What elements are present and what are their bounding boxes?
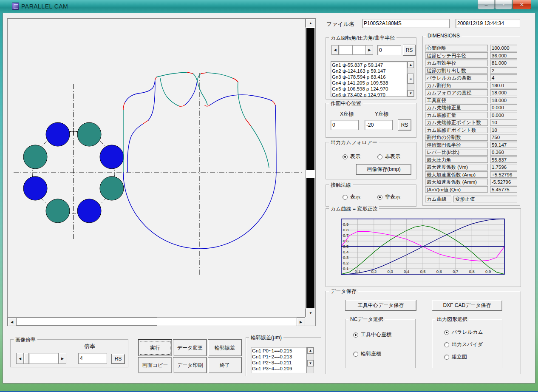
scroll-left-button[interactable]: ◀: [8, 318, 16, 326]
canvas-vertical-scrollbar[interactable]: ▲ ▼: [305, 19, 315, 317]
scroll-up-button[interactable]: ▲: [306, 19, 316, 27]
button-label: データ印刷: [177, 362, 203, 369]
canvas-horizontal-scrollbar[interactable]: ◀ ▶: [8, 317, 305, 326]
list-item[interactable]: Gn1 P0~1==0.215: [252, 348, 306, 354]
y-coordinate-input[interactable]: [365, 120, 393, 130]
error-list-scrollbar[interactable]: ▲ ▼: [307, 347, 314, 373]
dimensions-rows: 心間距離100.000従節ピッチ円半径36.000カム有効半径81.000従節の…: [425, 45, 517, 193]
draw-center-group-title: 作図中心位置: [329, 100, 363, 107]
scrollbar-thumb[interactable]: [16, 318, 157, 326]
list-item[interactable]: Gn4 ψ 141.205 ρ 109.538: [332, 80, 406, 86]
list-item[interactable]: Gn1 P1~2==0.213: [252, 354, 306, 360]
rotation-scroll-thumb[interactable]: [352, 45, 366, 55]
scroll-up-icon: ▲: [309, 349, 312, 352]
scroll-down-button[interactable]: ▼: [408, 90, 414, 97]
list-item[interactable]: Gn3 ψ-178.594 ρ 83.416: [332, 74, 406, 80]
rotation-scroll-track[interactable]: [339, 45, 352, 55]
dimension-value: 0.360: [490, 149, 517, 156]
radio-label: 非表示: [385, 153, 400, 160]
dimension-row: 停留部円弧半径59.147: [425, 142, 517, 148]
dimension-value: -5.52796: [490, 179, 517, 185]
cam-drawing-canvas[interactable]: [8, 19, 305, 317]
scroll-up-button[interactable]: ▲: [408, 62, 414, 68]
scroll-up-button[interactable]: ▲: [307, 347, 314, 354]
list-item[interactable]: Gn1 P3~4==0.209: [252, 366, 306, 372]
contour-error-button[interactable]: 輪郭誤差: [208, 339, 242, 356]
list-item[interactable]: Gn6 ψ 73.402 ρ 124.970: [332, 92, 406, 97]
dimension-row: 工具直径18.000: [425, 97, 517, 104]
rotation-rs-button[interactable]: RS: [403, 45, 416, 56]
scroll-down-button[interactable]: ▼: [306, 309, 316, 317]
list-item[interactable]: Gn2 ψ-124.163 ρ 59.147: [332, 68, 406, 74]
zoom-scroll-right-button[interactable]: ▶: [59, 353, 66, 364]
button-label: DXF CADデータ保存: [443, 302, 491, 309]
follower-hide-radio[interactable]: 非表示: [377, 153, 400, 160]
scrollbar-thumb[interactable]: ≡: [408, 74, 414, 84]
dimension-value: 18.000: [490, 97, 517, 104]
scroll-down-icon: ▼: [309, 361, 312, 365]
zoom-rs-button[interactable]: RS: [111, 354, 125, 364]
maximize-button[interactable]: ▫: [495, 0, 512, 9]
rotation-angle-input[interactable]: [377, 45, 401, 55]
contour-error-list[interactable]: Gn1 P0~1==0.215Gn1 P1~2==0.213Gn1 P2~3==…: [251, 347, 307, 373]
rotation-scroll-left-button[interactable]: ◀: [331, 45, 339, 55]
dimension-row: パラレルカムの条数4: [425, 74, 517, 81]
radio-icon: [444, 342, 449, 347]
save-image-bmp-button[interactable]: 画像保存(bmp): [356, 164, 411, 175]
x-coordinate-input[interactable]: [331, 120, 359, 130]
radio-label: 組立図: [452, 353, 467, 361]
radio-option[interactable]: 工具中心座標: [353, 331, 391, 338]
data-print-button[interactable]: データ印刷: [173, 357, 207, 373]
rotation-list-scrollbar[interactable]: ▲ ≡ ▼: [407, 61, 414, 97]
rotation-scroll-right-button[interactable]: ▶: [366, 45, 373, 55]
scrollbar-thumb[interactable]: [306, 178, 314, 308]
screen-copy-button[interactable]: 画面コピー: [138, 357, 172, 373]
list-item[interactable]: Gn1 ψ-55.837 ρ 59.147: [332, 62, 406, 68]
normal-show-radio[interactable]: 表示: [343, 193, 360, 201]
dimension-value: 36.000: [490, 52, 517, 59]
zoom-scroll-left-button[interactable]: ◀: [16, 353, 24, 364]
dimension-label: 心間距離: [425, 45, 488, 51]
nc-data-select-title: NCデータ選択: [348, 316, 385, 323]
svg-text:0.4: 0.4: [404, 269, 409, 274]
dimensions-group-title: DIMENSIONS: [426, 33, 462, 39]
radio-icon: [353, 332, 358, 338]
tool-center-data-save-button[interactable]: 工具中心データ保存: [345, 300, 416, 311]
zoom-scroll-thumb[interactable]: [24, 353, 29, 364]
svg-text:0.8: 0.8: [469, 269, 475, 274]
exit-button[interactable]: 終了: [208, 357, 242, 373]
scroll-right-button[interactable]: ▶: [297, 318, 305, 326]
minimize-button[interactable]: –: [478, 0, 495, 9]
rotation-angle-list[interactable]: Gn1 ψ-55.837 ρ 59.147Gn2 ψ-124.163 ρ 59.…: [331, 61, 407, 97]
dimension-label: 工具直径: [425, 97, 488, 104]
data-change-button[interactable]: データ変更: [173, 339, 207, 356]
follower-show-radio[interactable]: 表示: [343, 153, 360, 160]
scroll-down-button[interactable]: ▼: [307, 360, 314, 366]
zoom-scroll-track[interactable]: [29, 353, 59, 364]
dimension-value: 0.000: [490, 104, 517, 111]
close-button[interactable]: ✕: [513, 0, 531, 9]
dxf-cad-data-save-button[interactable]: DXF CADデータ保存: [432, 300, 502, 311]
svg-text:0.6: 0.6: [343, 239, 348, 243]
scale-input[interactable]: [78, 353, 107, 364]
svg-text:0.4: 0.4: [343, 250, 348, 254]
radio-option[interactable]: パラレルカム: [444, 329, 483, 336]
center-rs-button[interactable]: RS: [398, 119, 411, 131]
scrollbar-corner: [305, 317, 315, 326]
radio-label: パラレルカム: [452, 329, 483, 336]
radio-option[interactable]: 輪郭座標: [353, 350, 391, 358]
radio-label: 表示: [350, 193, 360, 201]
scroll-up-icon: ▲: [309, 21, 312, 25]
radio-option[interactable]: 組立図: [444, 353, 483, 361]
list-item[interactable]: Gn1 P2~3==0.211: [252, 360, 306, 366]
radio-option[interactable]: 出力スパイダ: [444, 341, 483, 348]
scrollbar-thumb[interactable]: [306, 28, 314, 170]
run-button[interactable]: 実行: [138, 339, 172, 356]
normal-hide-radio[interactable]: 非表示: [377, 193, 400, 201]
file-name-input[interactable]: [362, 19, 450, 28]
list-item[interactable]: Gn5 ψ 106.598 ρ 124.970: [332, 86, 406, 92]
titlebar[interactable]: PARALLEL CAM – ▫ ✕: [0, 0, 538, 13]
scroll-right-icon: ▶: [368, 48, 371, 52]
dimension-label: レバー比(l/c比): [425, 149, 488, 156]
dimension-row: 最大加速度係数 (Amm)-5.52796: [425, 179, 517, 185]
